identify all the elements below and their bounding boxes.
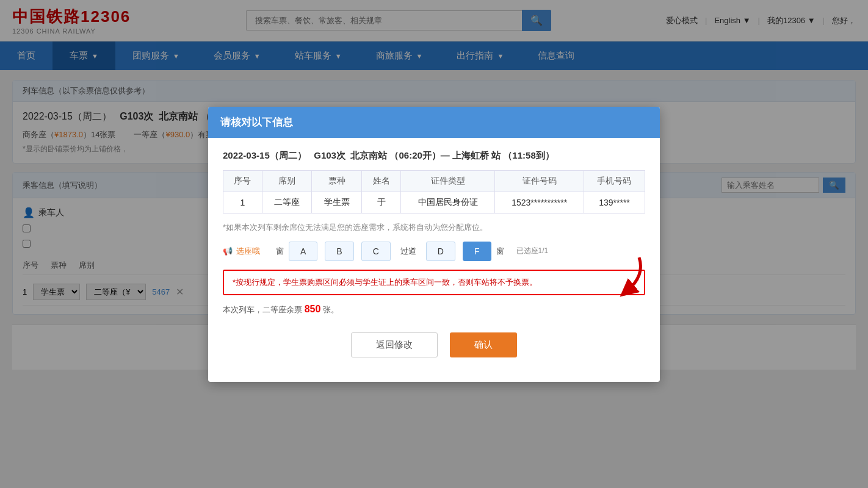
modal-route: 2022-03-15（周二） G103次 北京南站 （06:20开）— 上海虹桥…: [223, 150, 645, 162]
modal-body: 2022-03-15（周二） G103次 北京南站 （06:20开）— 上海虹桥…: [208, 138, 660, 380]
td-seat: 二等座: [262, 192, 312, 213]
th-id-type: 证件类型: [400, 170, 495, 192]
seat-button-B[interactable]: B: [325, 242, 353, 261]
confirm-modal: 请核对以下信息 2022-03-15（周二） G103次 北京南站 （06:20…: [208, 107, 660, 380]
seat-selected-info: 已选座1/1: [516, 246, 549, 256]
th-phone: 手机号码: [584, 170, 645, 192]
th-id-num: 证件号码: [495, 170, 584, 192]
seat-button-C[interactable]: C: [361, 242, 391, 261]
th-ticket-type: 票种: [312, 170, 362, 192]
td-index: 1: [223, 192, 262, 213]
td-phone: 139*****: [584, 192, 645, 213]
modal-route-date: 2022-03-15（周二）: [223, 150, 306, 160]
student-ticket-warning: *按现行规定，学生票购票区间必须与学生证上的乘车区间一致，否则车站将不予换票。: [223, 270, 645, 295]
auto-assign-note: *如果本次列车剩余席位无法满足您的选座需求，系统将自动为您分配席位。: [223, 222, 645, 233]
th-index: 序号: [223, 170, 262, 192]
td-id-num: 1523***********: [495, 192, 584, 213]
th-name: 姓名: [362, 170, 401, 192]
modal-arrive-suffix: 站: [491, 150, 501, 160]
passenger-confirm-table: 序号 席别 票种 姓名 证件类型 证件号码 手机号码 1 二等座 学生票 于: [223, 170, 645, 214]
modal-arrive-time: 11:58到: [512, 150, 544, 160]
table-row: 1 二等座 学生票 于 中国居民身份证 1523*********** 139*…: [223, 192, 645, 213]
window-label-left: 窗: [276, 246, 284, 257]
cancel-button[interactable]: 返回修改: [351, 332, 438, 357]
td-ticket-type: 学生票: [312, 192, 362, 213]
seat-select-label: 📢 选座哦: [223, 246, 260, 257]
modal-footer: 返回修改 确认: [223, 326, 645, 370]
seat-buttons: 窗 A B C 过道 D F 窗: [276, 242, 504, 261]
modal-overlay: 请核对以下信息 2022-03-15（周二） G103次 北京南站 （06:20…: [0, 0, 868, 379]
window-label-right: 窗: [496, 246, 504, 257]
td-name: 于: [362, 192, 401, 213]
seat-button-D[interactable]: D: [426, 242, 455, 261]
modal-train-num: G103次: [314, 150, 345, 160]
speaker-icon: 📢: [223, 246, 233, 256]
th-seat: 席别: [262, 170, 312, 192]
modal-depart-time: 06:20开: [399, 150, 431, 160]
modal-title: 请核对以下信息: [220, 117, 293, 128]
remaining-tickets: 本次列车，二等座余票 850 张。: [223, 304, 645, 315]
modal-to-station: 上海虹桥: [452, 150, 489, 160]
td-id-type: 中国居民身份证: [400, 192, 495, 213]
aisle-label: 过道: [396, 246, 421, 257]
modal-header: 请核对以下信息: [208, 107, 660, 138]
seat-button-F[interactable]: F: [463, 242, 491, 261]
seat-button-A[interactable]: A: [289, 242, 317, 261]
modal-from-station: 北京南站: [350, 150, 387, 160]
confirm-button[interactable]: 确认: [450, 332, 517, 357]
